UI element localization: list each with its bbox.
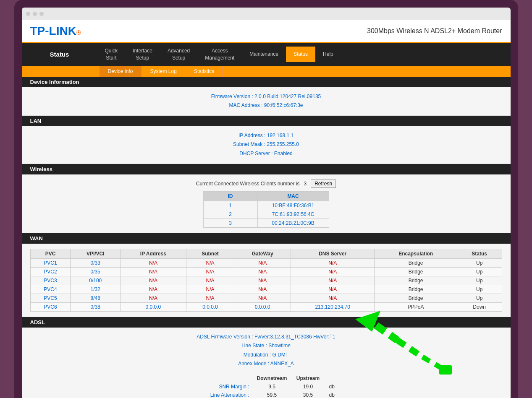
wan-cell: N/A (234, 258, 291, 267)
wan-cell: N/A (234, 276, 291, 285)
device-info-header: Device Information (22, 77, 511, 87)
wan-row: PVC10/33N/AN/AN/AN/ABridgeUp (30, 258, 502, 267)
adsl-firmware: ADSL Firmware Version : FwVer:3.12.8.31_… (30, 333, 502, 342)
wireless-table: ID MAC 110:BF:48:F0:36:B127C:61:93:92:56… (203, 191, 329, 228)
wireless-row: 27C:61:93:92:56:4C (203, 210, 329, 219)
wireless-row: 300:24:2B:21:0C:9B (203, 219, 329, 227)
wan-col-encapsulation: Encapsulation (375, 249, 457, 258)
mac-address: MAC Address : 90:f6:52:c6:67:3e (30, 101, 502, 110)
wan-cell: N/A (234, 294, 291, 302)
wan-cell: 0.0.0.0 (120, 302, 186, 311)
adsl-stat-row: SNR Margin : 9.5 19.0 db (185, 383, 346, 390)
wan-cell: 213.120.234.70 (291, 302, 375, 311)
adsl-stat-up: 19.0 (291, 383, 325, 390)
nav-advanced-setup[interactable]: AdvancedSetup (160, 43, 197, 66)
wan-cell: N/A (291, 258, 375, 267)
wan-cell: N/A (120, 285, 186, 294)
wan-table: PVCVPI/VCIIP AddressSubnetGateWayDNS Ser… (30, 249, 502, 312)
wan-cell: N/A (234, 285, 291, 294)
nav-status[interactable]: Status (286, 47, 315, 62)
wan-cell: N/A (186, 258, 234, 267)
nav-access-management[interactable]: AccessManagement (197, 43, 242, 66)
wan-col-dns-server: DNS Server (291, 249, 375, 258)
sub-nav-system-log[interactable]: System Log (142, 66, 186, 77)
wan-row: PVC20/35N/AN/AN/AN/ABridgeUp (30, 267, 502, 276)
wan-row: PVC30/100N/AN/AN/AN/ABridgeUp (30, 276, 502, 285)
nav-help[interactable]: Help (315, 47, 341, 62)
wan-col-gateway: GateWay (234, 249, 291, 258)
wan-col-subnet: Subnet (186, 249, 234, 258)
logo-text: TP-LINK (30, 24, 76, 37)
lan-subnet: Subnet Mask : 255.255.255.0 (30, 140, 502, 149)
device-info-body: Firmware Version : 2.0.0 Build 120427 Re… (22, 87, 511, 116)
wan-cell: N/A (120, 294, 186, 302)
wireless-cell-mac: 10:BF:48:F0:36:B1 (257, 201, 329, 210)
wan-cell: Bridge (375, 294, 457, 302)
lan-dhcp: DHCP Server : Enabled (30, 149, 502, 159)
wan-row: PVC41/32N/AN/AN/AN/ABridgeUp (30, 285, 502, 294)
adsl-stat-row: Line Attenuation : 59.5 30.5 db (185, 391, 346, 398)
adsl-stat-label: SNR Margin : (185, 383, 252, 390)
firmware-version: Firmware Version : 2.0.0 Build 120427 Re… (30, 92, 502, 101)
wan-cell: N/A (291, 267, 375, 276)
lan-body: IP Address : 192.168.1.1 Subnet Mask : 2… (22, 126, 511, 164)
wireless-col-mac: MAC (257, 191, 329, 201)
wan-cell: 0/38 (71, 302, 120, 311)
sub-nav-statistics[interactable]: Statistics (186, 66, 223, 77)
adsl-stat-unit: db (326, 383, 347, 390)
adsl-header: ADSL (22, 317, 511, 328)
nav-interface-setup[interactable]: InterfaceSetup (125, 43, 160, 66)
content: Device Information Firmware Version : 2.… (22, 77, 511, 398)
wan-cell: PVC1 (30, 258, 71, 267)
wireless-col-id: ID (203, 191, 257, 201)
wan-col-status: Status (457, 249, 502, 258)
wan-cell: N/A (186, 294, 234, 302)
wan-cell: N/A (120, 258, 186, 267)
wan-col-pvc: PVC (30, 249, 71, 258)
wan-cell: Up (457, 294, 502, 302)
refresh-button[interactable]: Refresh (311, 179, 336, 188)
wan-cell: N/A (186, 267, 234, 276)
wan-cell: Bridge (375, 276, 457, 285)
wan-body: PVCVPI/VCIIP AddressSubnetGateWayDNS Ser… (22, 244, 511, 317)
wireless-cell-mac: 00:24:2B:21:0C:9B (257, 219, 329, 227)
wan-cell: N/A (120, 267, 186, 276)
wan-cell: PVC4 (30, 285, 71, 294)
wan-header: WAN (22, 233, 511, 244)
wan-cell: PPPoA (375, 302, 457, 311)
wan-cell: Bridge (375, 267, 457, 276)
wan-cell: 0.0.0.0 (186, 302, 234, 311)
wan-cell: 1/32 (71, 285, 120, 294)
wan-cell: N/A (120, 276, 186, 285)
adsl-stat-down: 9.5 (253, 383, 290, 390)
wan-cell: Up (457, 267, 502, 276)
adsl-annex: Annex Mode : ANNEX_A (30, 359, 502, 369)
wan-cell: 0/33 (71, 258, 120, 267)
nav-maintenance[interactable]: Maintenance (242, 47, 286, 62)
lan-ip: IP Address : 192.168.1.1 (30, 131, 502, 140)
wireless-cell-id: 3 (203, 219, 257, 227)
adsl-modulation: Modulation : G.DMT (30, 351, 502, 360)
wan-cell: N/A (186, 276, 234, 285)
wan-cell: PVC2 (30, 267, 71, 276)
wireless-header: Wireless (22, 164, 511, 174)
wan-cell: Up (457, 285, 502, 294)
wan-col-ip-address: IP Address (120, 249, 186, 258)
adsl-stat-up: 30.5 (291, 391, 325, 398)
wan-cell: Up (457, 276, 502, 285)
lan-header: LAN (22, 116, 511, 126)
wireless-body: Current Connected Wireless Clients numbe… (22, 174, 511, 233)
main-nav: Status QuickStart InterfaceSetup Advance… (22, 43, 511, 66)
wan-cell: Bridge (375, 258, 457, 267)
header: TP-LINK® 300Mbps Wireless N ADSL2+ Modem… (22, 20, 511, 43)
adsl-stat-down: 59.5 (253, 391, 290, 398)
sub-nav: Device Info System Log Statistics (22, 66, 511, 77)
wan-cell: N/A (291, 276, 375, 285)
adsl-stats-table: Downstream Upstream SNR Margin : 9.5 19.… (184, 374, 347, 398)
logo: TP-LINK® (30, 24, 81, 38)
wan-cell: 0.0.0.0 (234, 302, 291, 311)
wan-row: PVC58/48N/AN/AN/AN/ABridgeUp (30, 294, 502, 302)
nav-quick-start[interactable]: QuickStart (97, 43, 126, 66)
wan-cell: Down (457, 302, 502, 311)
sub-nav-device-info[interactable]: Device Info (100, 66, 142, 77)
